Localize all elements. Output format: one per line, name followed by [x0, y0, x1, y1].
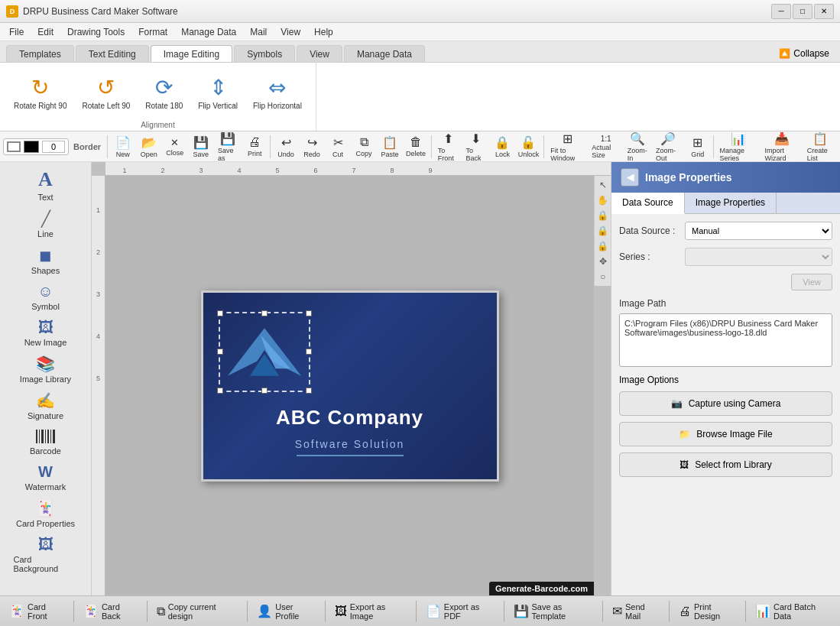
- bb-export-pdf[interactable]: 📄 Export as PDF: [420, 599, 501, 624]
- tool-line[interactable]: ╱ Line: [8, 206, 84, 242]
- browse-image-button[interactable]: 📁 Browse Image File: [619, 422, 832, 446]
- toolbar-grid-button[interactable]: ⊞Grid: [686, 134, 710, 160]
- maximize-button[interactable]: □: [793, 4, 812, 19]
- toolbar-copy-button[interactable]: ⧉Copy: [352, 134, 376, 159]
- menu-file[interactable]: File: [3, 25, 30, 39]
- svg-rect-1: [39, 430, 40, 443]
- capture-camera-button[interactable]: 📷 Capture using Camera: [619, 391, 832, 416]
- bb-card-back[interactable]: 🃏 Card Back: [77, 599, 144, 624]
- flip-horizontal-button[interactable]: ⇔ Flip Horizontal: [247, 72, 308, 113]
- toolbar-open-button[interactable]: 📂Open: [137, 134, 161, 160]
- toolbar-manageseries-button[interactable]: 📊Manage Series: [717, 130, 761, 164]
- menu-edit[interactable]: Edit: [31, 25, 60, 39]
- bb-user-profile[interactable]: 👤 User Profile: [251, 599, 322, 624]
- bb-copy-design[interactable]: ⧉ Copy current design: [151, 599, 245, 624]
- series-select[interactable]: [685, 248, 832, 266]
- tab-text-editing[interactable]: Text Editing: [76, 45, 149, 62]
- tool-card-properties[interactable]: 🃏 Card Properties: [8, 496, 84, 531]
- toolbar-fitwindow-button[interactable]: ⊞Fit to Window: [547, 130, 587, 164]
- datasource-select[interactable]: Manual Database CSV: [685, 222, 832, 240]
- toolbar-delete-button[interactable]: 🗑Delete: [404, 134, 428, 159]
- library-icon: 🖼: [679, 459, 689, 470]
- canvas-tool-move[interactable]: ✥: [597, 255, 609, 268]
- tab-image-editing[interactable]: Image Editing: [151, 45, 232, 62]
- tool-card-background[interactable]: 🖼 Card Background: [8, 533, 84, 576]
- toolbar-close-button[interactable]: ✕Close: [163, 135, 187, 158]
- toolbar-saveas-button[interactable]: 💾Save as: [215, 130, 241, 164]
- border-icon: [7, 141, 21, 152]
- tool-barcode[interactable]: Barcode: [8, 425, 84, 459]
- toolbar-undo-button[interactable]: ↩Undo: [274, 134, 298, 160]
- tool-image-library[interactable]: 📚 Image Library: [8, 352, 84, 387]
- toolbar-unlock-button[interactable]: 🔓Unlock: [516, 134, 540, 160]
- bb-sep-1: [73, 601, 74, 622]
- tool-watermark[interactable]: W Watermark: [8, 460, 84, 495]
- toolbar-new-button[interactable]: 📄New: [111, 134, 135, 160]
- bb-sep-3: [247, 601, 248, 622]
- toolbar-paste-button[interactable]: 📋Paste: [378, 134, 402, 160]
- close-button[interactable]: ✕: [814, 4, 834, 19]
- rp-tab-imageprops[interactable]: Image Properties: [685, 193, 777, 213]
- tab-manage-data[interactable]: Manage Data: [344, 45, 425, 62]
- canvas-tool-circle[interactable]: ○: [597, 271, 609, 283]
- toolbar-zoomin-button[interactable]: 🔍Zoom-In: [624, 130, 651, 164]
- toolbar-actualsize-button[interactable]: 1:1Actual Size: [589, 133, 622, 161]
- datasource-row: Data Source : Manual Database CSV: [619, 222, 832, 240]
- toolbar-createlist-button[interactable]: 📋Create List: [804, 130, 837, 164]
- canvas-tool-lock3[interactable]: 🔒: [597, 240, 609, 252]
- card-canvas[interactable]: ABC Company Software Solution: [201, 290, 499, 482]
- rotate-right-icon: ↻: [31, 75, 49, 100]
- flip-horizontal-icon: ⇔: [268, 75, 286, 100]
- collapse-button[interactable]: 🔼 Collapse: [771, 45, 837, 62]
- select-library-button[interactable]: 🖼 Select from Library: [619, 452, 832, 477]
- toolbar-zoomout-button[interactable]: 🔎Zoom-Out: [653, 130, 684, 164]
- canvas-tool-lock2[interactable]: 🔒: [597, 225, 609, 237]
- bb-card-batch-data[interactable]: 📊 Card Batch Data: [749, 599, 837, 624]
- canvas-tool-hand[interactable]: ✋: [597, 194, 609, 206]
- tool-new-image[interactable]: 🖼 New Image: [8, 316, 84, 350]
- rp-tab-datasource[interactable]: Data Source: [611, 193, 685, 214]
- flip-vertical-button[interactable]: ⇕ Flip Vertical: [192, 72, 244, 113]
- menu-mail[interactable]: Mail: [244, 25, 273, 39]
- menu-help[interactable]: Help: [308, 25, 339, 39]
- canvas-tool-arrow[interactable]: ↖: [597, 179, 609, 191]
- toolbar-tofront-button[interactable]: ⬆To Front: [435, 130, 462, 164]
- tab-templates[interactable]: Templates: [6, 45, 74, 62]
- image-path-box[interactable]: C:\Program Files (x86)\DRPU Business Car…: [619, 313, 832, 367]
- back-button[interactable]: ◀: [621, 168, 639, 187]
- toolbar-save-button[interactable]: 💾Save: [189, 134, 213, 160]
- toolbar-print-button[interactable]: 🖨Print: [242, 134, 267, 159]
- tool-symbol[interactable]: ☺ Symbol: [8, 280, 84, 314]
- toolbar-toback-button[interactable]: ⬇To Back: [463, 130, 489, 164]
- menu-drawing-tools[interactable]: Drawing Tools: [61, 25, 131, 39]
- border-color-picker[interactable]: [24, 141, 39, 153]
- canvas-tool-lock[interactable]: 🔒: [597, 209, 609, 222]
- toolbar-importwizard-button[interactable]: 📥Import Wizard: [761, 130, 802, 164]
- bb-card-front[interactable]: 🃏 Card Front: [3, 599, 70, 624]
- bb-print-design[interactable]: 🖨 Print Design: [673, 599, 742, 624]
- view-button[interactable]: View: [791, 274, 832, 290]
- barcode-icon: [35, 428, 57, 445]
- bb-export-image[interactable]: 🖼 Export as Image: [329, 599, 413, 624]
- tool-text[interactable]: A Text: [8, 165, 84, 205]
- menu-manage-data[interactable]: Manage Data: [175, 25, 242, 39]
- bb-send-mail[interactable]: ✉ Send Mail: [606, 599, 666, 624]
- tab-view[interactable]: View: [297, 45, 342, 62]
- menu-view[interactable]: View: [274, 25, 306, 39]
- card-subtitle: Software Solution: [203, 438, 497, 450]
- rotate-right-button[interactable]: ↻ Rotate Right 90: [8, 72, 73, 113]
- tool-shapes[interactable]: ◼ Shapes: [8, 243, 84, 278]
- minimize-button[interactable]: ─: [771, 4, 791, 19]
- toolbar-cut-button[interactable]: ✂Cut: [326, 134, 350, 160]
- border-width-input[interactable]: [42, 141, 65, 153]
- rotate-left-button[interactable]: ↺ Rotate Left 90: [76, 72, 137, 113]
- series-label: Series :: [619, 251, 680, 262]
- bb-save-template[interactable]: 💾 Save as Template: [508, 599, 600, 624]
- tool-signature[interactable]: ✍ Signature: [8, 388, 84, 423]
- toolbar-redo-button[interactable]: ↪Redo: [300, 134, 324, 160]
- toolbar-lock-button[interactable]: 🔒Lock: [490, 134, 514, 160]
- tab-symbols[interactable]: Symbols: [234, 45, 295, 62]
- menu-format[interactable]: Format: [132, 25, 174, 39]
- toolbar: Border 📄New 📂Open ✕Close 💾Save 💾Save as …: [0, 131, 840, 162]
- rotate-180-button[interactable]: ⟳ Rotate 180: [139, 72, 189, 113]
